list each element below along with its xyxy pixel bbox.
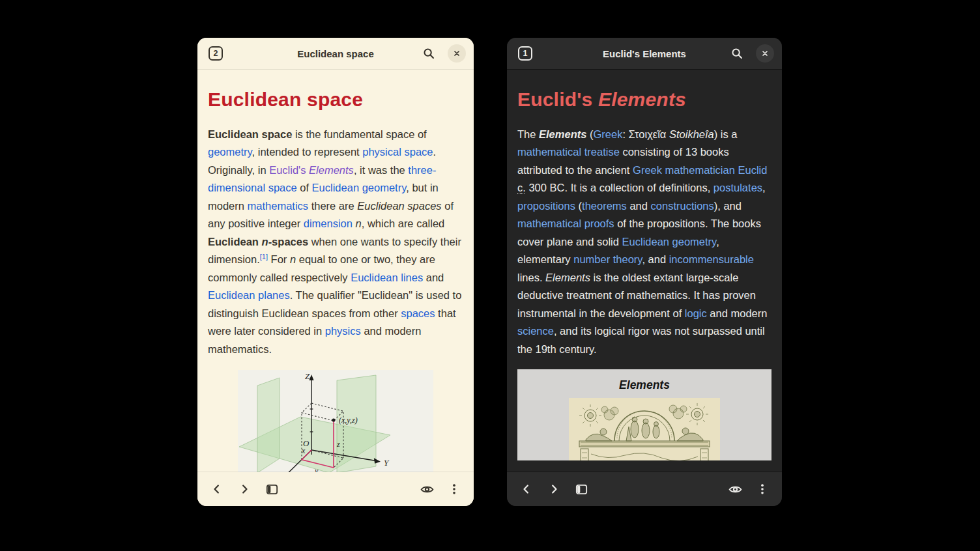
text-segment: Euclid's: [517, 89, 598, 110]
eye-icon: [728, 482, 743, 497]
z-segment-label: z: [336, 440, 340, 449]
article-link[interactable]: Euclid: [738, 164, 767, 176]
point-label: (x,y,z): [339, 416, 358, 425]
text-segment: , which are called: [362, 218, 444, 229]
article-link[interactable]: physics: [325, 325, 361, 337]
text-segment: , intended to represent: [252, 146, 363, 158]
back-button[interactable]: [205, 477, 229, 501]
text-segment: Elements: [539, 128, 586, 140]
article-link[interactable]: constructions: [651, 200, 714, 212]
article-link[interactable]: [1]: [260, 253, 268, 261]
text-segment: Elements: [598, 89, 686, 110]
article-link[interactable]: mathematical treatise: [517, 146, 620, 158]
headerbar: 1 Euclid's Elements: [507, 38, 782, 69]
text-segment: c.: [517, 182, 526, 193]
forward-button[interactable]: [542, 477, 566, 501]
article-link[interactable]: postulates: [713, 182, 762, 193]
article-link[interactable]: Euclidean geometry: [312, 182, 407, 193]
article-link[interactable]: mathematics: [248, 200, 309, 212]
article-link[interactable]: Elements: [309, 164, 354, 176]
window-euclids-elements: 1 Euclid's Elements Euclid's Elements Th…: [507, 38, 782, 506]
coordinate-system-figure: Z Y O x y z (x,y,z): [235, 370, 437, 472]
article-link[interactable]: Greek mathematician: [633, 164, 735, 176]
text-segment: , and its logical rigor was not surpasse…: [517, 325, 765, 355]
text-segment: ), and: [714, 200, 742, 212]
text-segment: of: [297, 182, 312, 193]
y-segment-label: y: [314, 466, 319, 472]
close-icon: [452, 48, 462, 59]
reader-mode-button[interactable]: [723, 477, 747, 501]
split-panel-icon: [574, 482, 589, 497]
close-icon: [760, 48, 770, 59]
article-link[interactable]: spaces: [401, 307, 435, 319]
figure-container: Z Y O x y z (x,y,z): [208, 370, 463, 472]
article-link[interactable]: science: [517, 325, 554, 337]
tab-counter-button[interactable]: 1: [518, 46, 532, 61]
kebab-menu-icon: [448, 483, 461, 496]
window-euclidean-space: 2 Euclidean space Euclidean space Euclid…: [197, 38, 474, 506]
tab-count: 1: [523, 49, 528, 58]
z-axis-label: Z: [305, 371, 310, 381]
text-segment: Euclidean spaces: [357, 200, 441, 212]
chevron-left-icon: [519, 482, 534, 496]
text-segment: ) is a: [714, 128, 738, 140]
desktop-background: { "app": { "background_color": "#000000"…: [0, 0, 980, 551]
article-view[interactable]: Euclid's Elements The Elements (Greek: Σ…: [507, 69, 782, 472]
article-link[interactable]: Euclid's: [269, 164, 309, 176]
text-segment: Euclidean: [208, 236, 262, 247]
text-segment: , it was the: [354, 164, 408, 176]
article-link[interactable]: physical space: [362, 146, 433, 158]
text-segment: there are: [308, 200, 357, 212]
bottom-toolbar: [197, 472, 474, 506]
menu-button[interactable]: [442, 477, 466, 501]
search-icon: [730, 46, 744, 61]
article-link[interactable]: Euclidean geometry: [622, 236, 717, 247]
tab-counter-button[interactable]: 2: [209, 46, 223, 61]
text-segment: 300 BC. It is a collection of definition…: [526, 182, 713, 193]
article-link[interactable]: Euclidean lines: [351, 272, 423, 283]
article-link[interactable]: geometry: [208, 146, 252, 158]
text-segment: Elements: [545, 272, 590, 283]
chevron-right-icon: [237, 482, 252, 496]
article-link[interactable]: incommensurable: [669, 253, 754, 265]
text-segment: n: [290, 253, 296, 265]
article-view[interactable]: Euclidean space Euclidean space is the f…: [197, 69, 474, 472]
article-link[interactable]: logic: [685, 307, 707, 319]
back-button[interactable]: [515, 477, 538, 501]
text-segment: Stoikheîa: [669, 128, 714, 140]
text-segment: and modern: [707, 307, 768, 319]
sidebar-toggle-button[interactable]: [569, 477, 593, 501]
split-panel-icon: [265, 482, 280, 497]
chevron-right-icon: [547, 482, 561, 496]
menu-button[interactable]: [751, 477, 774, 501]
text-segment: For: [268, 253, 290, 265]
search-button[interactable]: [726, 42, 748, 64]
point-marker: [332, 418, 335, 421]
article-title: Euclid's Elements: [517, 89, 771, 111]
elements-frontispiece-image: [569, 398, 720, 460]
infobox-card: Elements: [517, 369, 771, 460]
article-link[interactable]: mathematical proofs: [517, 218, 614, 229]
text-segment: and: [423, 272, 444, 283]
reader-mode-button[interactable]: [415, 477, 439, 501]
text-segment: The: [517, 128, 539, 140]
article-link[interactable]: Greek: [594, 128, 623, 140]
article-link[interactable]: dimension: [304, 218, 353, 229]
window-title: Euclid's Elements: [546, 48, 743, 59]
sidebar-toggle-button[interactable]: [260, 477, 283, 501]
kebab-menu-icon: [756, 483, 769, 496]
window-title: Euclidean space: [237, 48, 435, 59]
search-button[interactable]: [418, 42, 440, 64]
text-segment: Euclidean space: [208, 89, 363, 110]
article-link[interactable]: theorems: [582, 200, 627, 212]
close-button[interactable]: [756, 44, 774, 63]
tab-count: 2: [214, 49, 218, 58]
article-link[interactable]: propositions: [517, 200, 575, 212]
forward-button[interactable]: [233, 477, 256, 501]
article-link[interactable]: Euclidean planes: [208, 289, 290, 301]
text-segment: : Στοιχεῖα: [622, 128, 669, 140]
article-link[interactable]: number theory: [573, 253, 642, 265]
x-segment-label: x: [301, 446, 306, 455]
close-button[interactable]: [448, 44, 466, 63]
text-segment: (: [586, 128, 593, 140]
